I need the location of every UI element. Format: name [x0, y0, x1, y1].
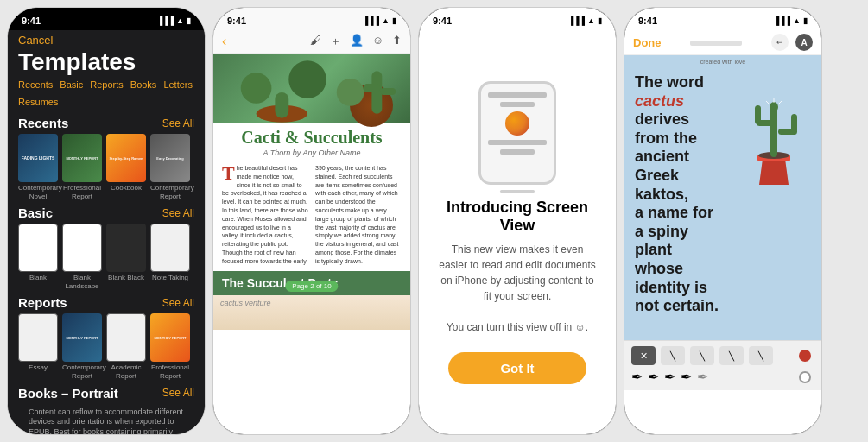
green-section: The Succulent Parts Page 2 of 10 [213, 271, 410, 296]
got-it-button[interactable]: Got It [448, 352, 586, 384]
svg-rect-12 [755, 105, 761, 124]
template-contemporary-report[interactable]: Easy Decorating Contemporary Report [150, 134, 190, 200]
basic-title: Basic [18, 205, 53, 220]
recents-see-all[interactable]: See All [162, 117, 194, 129]
recents-list: FADING LIGHTS Contemporary Novel MONTHLY… [18, 134, 194, 200]
svg-rect-10 [770, 107, 777, 157]
time-display: 9:41 [638, 16, 657, 26]
pen-tool-3[interactable]: ✒ [664, 369, 675, 385]
template-blank-black[interactable]: Blank Black [106, 224, 146, 290]
pen-tool-5[interactable]: ✒ [697, 369, 708, 385]
illustration-line2 [500, 102, 535, 107]
bottom-text: cactus venture [213, 295, 410, 311]
basic-see-all[interactable]: See All [162, 207, 194, 219]
page-indicator[interactable]: Page 2 of 10 [285, 281, 338, 292]
battery-icon: ▮ [187, 16, 191, 25]
doc-title: Cacti & Succulents [213, 123, 410, 148]
books-section: Books – Portrait See All Content can ref… [8, 382, 205, 434]
svg-rect-14 [791, 114, 797, 133]
screen-view-screen: Introducing Screen View This new view ma… [419, 30, 616, 434]
done-button[interactable]: Done [633, 36, 662, 49]
status-icons: ▐▐▐ ▲ ▮ [363, 16, 396, 25]
pen-tool-1[interactable]: ✒ [631, 369, 643, 385]
books-description: Content can reflow to accommodate differ… [18, 404, 194, 434]
red-color-dot[interactable] [799, 350, 811, 362]
toolbar-icons: 🖌 ＋ 👤 ☺ ⬆ [310, 34, 402, 49]
slash-button-1[interactable]: ╲ [661, 346, 685, 365]
template-cookbook[interactable]: Step-by-Step Ramen Cookbook [106, 134, 146, 200]
doc-subtitle: A Thorn by Any Other Name [213, 148, 410, 157]
user-avatar[interactable]: A [795, 34, 813, 51]
phone-document: 9:41 ▐▐▐ ▲ ▮ ‹ 🖌 ＋ 👤 ☺ ⬆ [212, 7, 411, 435]
svg-point-15 [770, 102, 778, 112]
svg-point-0 [241, 73, 272, 104]
template-academic-report[interactable]: Academic Report [106, 313, 146, 380]
reports-list: Essay MONTHLY REPORT Contemporary Report… [18, 313, 194, 380]
signal-icon: ▐▐▐ [363, 16, 379, 25]
svg-rect-7 [380, 88, 396, 95]
svg-line-18 [778, 101, 782, 104]
books-title: Books – Portrait [18, 386, 118, 401]
signal-icon: ▐▐▐ [568, 16, 585, 25]
template-note-taking[interactable]: Note Taking [150, 224, 190, 290]
tab-letters[interactable]: Letters [163, 79, 193, 90]
slash-button-3[interactable]: ╲ [719, 346, 744, 365]
template-blank[interactable]: Blank [18, 224, 58, 290]
template-blank-landscape[interactable]: Blank Landscape [62, 224, 102, 290]
phone-screen-view: 9:41 ▐▐▐ ▲ ▮ Introducing Screen View Thi… [418, 7, 617, 435]
illustration-line1 [488, 92, 547, 98]
screen-view-desc: This new view makes it even easier to re… [436, 242, 599, 335]
time-display: 9:41 [227, 16, 246, 26]
person-icon[interactable]: 👤 [350, 34, 364, 49]
books-see-all[interactable]: See All [162, 387, 194, 399]
template-professional-report2[interactable]: MONTHLY REPORT Professional Report [150, 313, 190, 380]
white-color-dot[interactable] [799, 371, 811, 383]
battery-icon: ▮ [803, 16, 808, 25]
slash-button-4[interactable]: ╲ [749, 346, 773, 365]
illustration-planet [505, 111, 529, 136]
illustration-line4 [500, 149, 535, 155]
emoji-icon[interactable]: ☺ [372, 34, 383, 49]
reports-see-all[interactable]: See All [162, 297, 194, 309]
phone-word-doc: 9:41 ▐▐▐ ▲ ▮ Done ↩ A created with love … [624, 7, 822, 435]
template-contemporary-report2[interactable]: MONTHLY REPORT Contemporary Report [62, 313, 102, 380]
bottom-format-toolbar: ✕ ╲ ╲ ╲ ╲ ✒ ✒ ✒ ✒ ✒ [624, 340, 821, 390]
undo-icon[interactable]: ↩ [771, 34, 789, 51]
document-body: Cacti & Succulents A Thorn by Any Other … [213, 54, 410, 426]
pen-tool-2[interactable]: ✒ [648, 369, 659, 385]
signal-icon: ▐▐▐ [157, 16, 174, 25]
tab-bar: Recents Basic Reports Books Letters Resu… [18, 79, 194, 107]
text-cactus-italic: cactus [635, 92, 684, 110]
svg-point-1 [288, 60, 326, 98]
time-display: 9:41 [22, 16, 41, 26]
pen-tool-4[interactable]: ✒ [681, 369, 692, 385]
doc-label: created with love [624, 55, 821, 65]
brush-icon[interactable]: 🖌 [310, 34, 321, 49]
format-buttons-row: ✕ ╲ ╲ ╲ ╲ [631, 346, 814, 365]
tab-recents[interactable]: Recents [18, 79, 53, 90]
plus-icon[interactable]: ＋ [330, 34, 341, 49]
svg-rect-6 [363, 84, 380, 92]
share-icon[interactable]: ⬆ [392, 34, 402, 49]
battery-icon: ▮ [598, 16, 602, 25]
text-identity-is: identity is [635, 279, 707, 296]
word-toolbar: Done ↩ A [624, 30, 821, 55]
cactus-illustration [744, 73, 813, 176]
tab-basic[interactable]: Basic [60, 79, 83, 90]
strikethrough-button[interactable]: ✕ [631, 346, 656, 365]
svg-rect-4 [275, 92, 288, 118]
tab-reports[interactable]: Reports [90, 79, 124, 90]
slash-button-2[interactable]: ╲ [690, 346, 714, 365]
phone-illustration [478, 81, 556, 185]
tab-books[interactable]: Books [130, 79, 157, 90]
back-icon[interactable]: ‹ [222, 34, 226, 49]
word-doc-body: created with love The word cactus derive… [624, 55, 821, 390]
tab-resumes[interactable]: Resumes [18, 97, 58, 107]
drop-cap: T [222, 164, 235, 183]
template-contemporary-novel[interactable]: FADING LIGHTS Contemporary Novel [18, 134, 58, 200]
template-professional-report[interactable]: MONTHLY REPORT Professional Report [62, 134, 102, 200]
wifi-icon: ▲ [382, 16, 390, 25]
svg-line-17 [766, 101, 770, 104]
cancel-button[interactable]: Cancel [18, 34, 194, 47]
template-essay[interactable]: Essay [18, 313, 58, 380]
